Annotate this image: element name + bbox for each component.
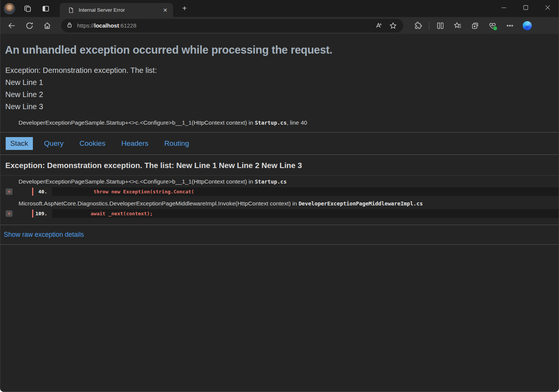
refresh-icon[interactable] bbox=[23, 19, 36, 32]
address-bar[interactable]: https://localhost:61228 bbox=[61, 19, 403, 32]
page-favicon-icon bbox=[68, 7, 74, 13]
exception-message-line: New Line 1 bbox=[5, 76, 559, 88]
new-tab-button[interactable]: + bbox=[179, 3, 190, 14]
tab-actions-icon[interactable] bbox=[40, 3, 51, 14]
back-icon[interactable] bbox=[5, 19, 18, 32]
frame-method: DeveloperExceptionPageSample.Startup+<>c… bbox=[0, 176, 559, 187]
home-icon[interactable] bbox=[41, 19, 54, 32]
url-text: https://localhost:61228 bbox=[77, 22, 370, 29]
spacer bbox=[0, 219, 559, 225]
stack-section-heading: Exception: Demonstration exception. The … bbox=[0, 155, 559, 175]
line-number: 109. bbox=[33, 211, 47, 216]
workspaces-icon[interactable] bbox=[22, 3, 33, 14]
toolbar-divider bbox=[429, 22, 429, 30]
favorites-hub-icon[interactable] bbox=[452, 20, 463, 31]
tab-title: Internal Server Error bbox=[79, 7, 161, 13]
close-tab-icon[interactable]: ✕ bbox=[161, 6, 169, 14]
page-title: An unhandled exception occurred while pr… bbox=[0, 34, 559, 59]
split-screen-icon[interactable] bbox=[435, 20, 446, 31]
tab-query[interactable]: Query bbox=[40, 137, 68, 150]
frame-code-row: + 109. await _next(context); bbox=[0, 209, 559, 218]
frame-code-row: + 40. throw new Exception(string.Concat( bbox=[0, 187, 559, 196]
exception-location: DeveloperExceptionPageSample.Startup+<>c… bbox=[0, 113, 559, 132]
window-controls bbox=[493, 0, 559, 15]
extensions-icon[interactable] bbox=[412, 20, 424, 31]
favorite-star-icon[interactable] bbox=[387, 20, 399, 31]
location-method: DeveloperExceptionPageSample.Startup+<>c… bbox=[19, 119, 247, 126]
error-page: An unhandled exception occurred while pr… bbox=[0, 34, 559, 392]
copilot-icon[interactable] bbox=[522, 20, 533, 31]
lock-icon[interactable] bbox=[67, 22, 73, 29]
frame-file: Startup.cs bbox=[255, 179, 286, 185]
exception-message-line: New Line 3 bbox=[5, 100, 559, 113]
tab-stack[interactable]: Stack bbox=[6, 137, 33, 150]
settings-more-icon[interactable] bbox=[504, 20, 516, 31]
maximize-button[interactable] bbox=[515, 0, 537, 15]
expand-frame-button[interactable]: + bbox=[6, 210, 12, 217]
frame-in: in bbox=[291, 200, 299, 207]
frame-file: DeveloperExceptionPageMiddlewareImpl.cs bbox=[299, 201, 423, 207]
location-file: Startup.cs bbox=[255, 120, 286, 126]
stack-frame: Microsoft.AspNetCore.Diagnostics.Develop… bbox=[0, 198, 559, 218]
read-aloud-icon[interactable] bbox=[373, 20, 384, 31]
tab-cookies[interactable]: Cookies bbox=[75, 137, 110, 150]
active-tab[interactable]: Internal Server Error ✕ bbox=[60, 3, 173, 17]
frame-method: Microsoft.AspNetCore.Diagnostics.Develop… bbox=[0, 198, 559, 208]
location-in: in bbox=[247, 119, 255, 126]
divider bbox=[0, 244, 559, 245]
url-host: localhost bbox=[94, 22, 119, 29]
profile-avatar[interactable] bbox=[4, 3, 15, 14]
tab-strip: Internal Server Error ✕ + bbox=[0, 0, 559, 17]
stack-frame: DeveloperExceptionPageSample.Startup+<>c… bbox=[0, 176, 559, 196]
frame-method-name: DeveloperExceptionPageSample.Startup+<>c… bbox=[19, 178, 247, 185]
essentials-ok-badge bbox=[493, 26, 497, 31]
browser-toolbar: https://localhost:61228 bbox=[0, 17, 559, 34]
exception-message-line: Exception: Demonstration exception. The … bbox=[5, 64, 559, 76]
url-scheme: https:// bbox=[77, 22, 94, 29]
location-line-number: , line 40 bbox=[286, 119, 307, 126]
line-number: 40. bbox=[33, 189, 47, 194]
error-code-line: throw new Exception(string.Concat( bbox=[52, 187, 559, 196]
error-code-line: await _next(context); bbox=[52, 209, 559, 218]
close-window-button[interactable] bbox=[537, 0, 559, 15]
browser-essentials-icon[interactable] bbox=[487, 20, 498, 31]
url-port: :61228 bbox=[119, 22, 136, 29]
toolbar-right-cluster bbox=[409, 20, 536, 31]
collections-icon[interactable] bbox=[469, 20, 481, 31]
divider bbox=[0, 225, 559, 225]
tab-headers[interactable]: Headers bbox=[117, 137, 153, 150]
frame-in: in bbox=[247, 178, 255, 185]
browser-window: Internal Server Error ✕ + bbox=[0, 0, 559, 392]
expand-frame-button[interactable]: + bbox=[6, 188, 12, 195]
frame-method-name: Microsoft.AspNetCore.Diagnostics.Develop… bbox=[19, 200, 291, 207]
tab-routing[interactable]: Routing bbox=[160, 137, 194, 150]
minimize-button[interactable] bbox=[493, 0, 515, 15]
show-raw-exception-link[interactable]: Show raw exception details bbox=[4, 231, 84, 239]
detail-tabs: Stack Query Cookies Headers Routing bbox=[0, 133, 559, 154]
exception-message: Exception: Demonstration exception. The … bbox=[0, 59, 559, 113]
exception-message-line: New Line 2 bbox=[5, 88, 559, 100]
